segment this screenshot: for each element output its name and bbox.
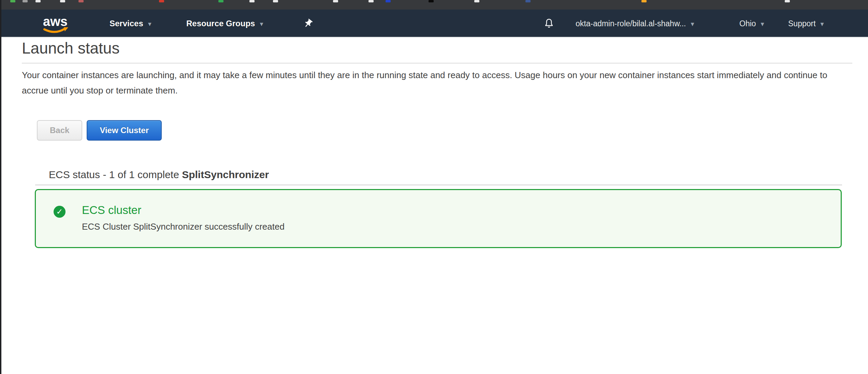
page-title: Launch status <box>22 39 119 57</box>
back-button[interactable]: Back <box>37 120 82 141</box>
svg-text:aws: aws <box>43 14 68 29</box>
success-card-message: ECS Cluster SplitSynchronizer successful… <box>82 221 285 232</box>
browser-tab-favicon[interactable] <box>249 0 255 2</box>
nav-resource-groups[interactable]: Resource Groups ▾ <box>186 10 263 38</box>
notifications-button[interactable] <box>543 10 555 38</box>
browser-tab-favicon[interactable] <box>368 0 374 2</box>
chevron-down-icon: ▾ <box>821 20 824 27</box>
browser-tab-favicon[interactable] <box>273 0 278 2</box>
success-card: ✓ ECS cluster ECS Cluster SplitSynchroni… <box>35 189 842 248</box>
nav-services[interactable]: Services ▾ <box>110 10 151 38</box>
ecs-status-heading: ECS status - 1 of 1 complete SplitSynchr… <box>49 169 269 181</box>
success-card-title: ECS cluster <box>82 204 141 217</box>
ecs-status-divider <box>35 185 842 185</box>
browser-tab-favicon[interactable] <box>23 0 28 2</box>
ecs-status-cluster-name: SplitSynchronizer <box>182 169 269 180</box>
browser-tab-favicon[interactable] <box>159 0 164 2</box>
success-check-icon: ✓ <box>54 206 66 218</box>
browser-tab-favicon[interactable] <box>525 0 531 2</box>
browser-tab-favicon[interactable] <box>35 0 41 2</box>
browser-tab-favicon[interactable] <box>333 0 338 2</box>
title-divider <box>22 63 852 63</box>
browser-tab-favicon[interactable] <box>386 0 391 2</box>
account-menu-label: okta-admin-role/bilal.al-shahw... <box>576 19 686 28</box>
aws-logo[interactable]: aws <box>40 14 73 33</box>
browser-tab-favicon[interactable] <box>78 0 84 2</box>
browser-tab-favicon[interactable] <box>785 0 790 2</box>
aws-navbar: aws Services ▾ Resource Groups ▾ okta-ad… <box>0 10 868 38</box>
support-menu-label: Support <box>788 19 816 28</box>
browser-tab-strip <box>0 0 868 10</box>
launch-status-description: Your container instances are launching, … <box>22 68 851 98</box>
screen-left-edge <box>0 0 1 374</box>
browser-tab-favicon[interactable] <box>641 0 647 2</box>
chevron-down-icon: ▾ <box>691 20 694 27</box>
chevron-down-icon: ▾ <box>260 20 263 27</box>
browser-tab-favicon[interactable] <box>218 0 223 2</box>
view-cluster-button[interactable]: View Cluster <box>87 120 162 141</box>
support-menu[interactable]: Support ▾ <box>788 10 824 38</box>
account-menu[interactable]: okta-admin-role/bilal.al-shahw... ▾ <box>576 10 694 38</box>
nav-resource-groups-label: Resource Groups <box>186 19 255 28</box>
browser-tab-favicon[interactable] <box>429 0 434 2</box>
action-button-row: Back View Cluster <box>37 120 162 141</box>
region-menu-label: Ohio <box>739 19 756 28</box>
chevron-down-icon: ▾ <box>761 20 764 27</box>
nav-services-label: Services <box>110 19 143 28</box>
ecs-status-heading-prefix: ECS status - 1 of 1 complete <box>49 169 182 180</box>
browser-tab-favicon[interactable] <box>60 0 65 2</box>
pin-shortcut-button[interactable] <box>303 10 313 38</box>
browser-tab-favicon[interactable] <box>474 0 479 2</box>
pushpin-icon <box>303 18 313 29</box>
browser-tab-favicon[interactable] <box>10 0 15 2</box>
region-menu[interactable]: Ohio ▾ <box>739 10 764 38</box>
bell-icon <box>543 17 555 30</box>
chevron-down-icon: ▾ <box>148 20 151 27</box>
